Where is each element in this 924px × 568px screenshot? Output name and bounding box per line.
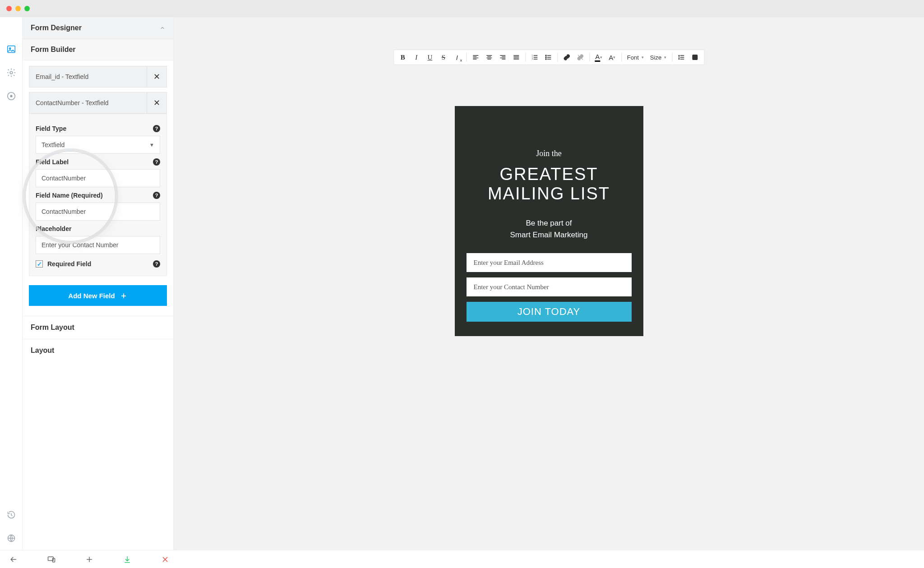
size-label: Size	[650, 54, 661, 61]
font-label: Font	[627, 54, 639, 61]
field-type-select[interactable]: Textfield ▼	[36, 136, 160, 154]
unordered-list-button[interactable]	[542, 51, 554, 63]
field-item-label: ContactNumber - Textfield	[29, 93, 147, 113]
remove-field-icon[interactable]: ✕	[147, 92, 166, 113]
unlink-button[interactable]	[574, 51, 587, 63]
history-icon[interactable]	[7, 510, 16, 521]
line-height-button[interactable]	[675, 51, 688, 63]
left-rail-bottom	[0, 510, 23, 545]
download-icon[interactable]	[122, 554, 133, 565]
preview-subtitle: Be the part of Smart Email Marketing	[510, 217, 588, 240]
svg-point-9	[545, 55, 546, 56]
align-right-button[interactable]	[496, 51, 509, 63]
sidebar-panel: Form Designer Form Builder Email_id - Te…	[23, 17, 174, 550]
close-icon[interactable]	[160, 554, 171, 565]
field-item-contact[interactable]: ContactNumber - Textfield ✕	[29, 92, 167, 114]
help-icon[interactable]: ?	[153, 125, 160, 132]
devices-icon[interactable]	[46, 554, 57, 565]
help-icon[interactable]: ?	[153, 260, 160, 268]
preview-form: JOIN TODAY	[467, 253, 632, 322]
help-icon[interactable]: ?	[153, 158, 160, 166]
svg-point-10	[545, 57, 546, 58]
window-minimize-icon[interactable]	[15, 6, 21, 11]
bold-button[interactable]: B	[397, 51, 409, 63]
italic-button[interactable]: I	[410, 51, 423, 63]
svg-point-4	[10, 95, 12, 97]
help-icon[interactable]: ?	[153, 192, 160, 199]
preview-email-input[interactable]	[467, 253, 632, 272]
bg-color-button[interactable]: A ▾	[606, 51, 619, 63]
add-icon[interactable]	[84, 554, 95, 565]
window-maximize-icon[interactable]	[24, 6, 30, 11]
left-rail	[0, 17, 23, 550]
gear-icon[interactable]	[6, 68, 16, 78]
svg-point-1	[9, 48, 10, 49]
field-label-input[interactable]	[36, 169, 160, 187]
chevron-up-icon	[160, 25, 165, 31]
ordered-list-button[interactable]: 123	[528, 51, 541, 63]
field-name-label: Field Name (Required)	[36, 192, 103, 199]
window-chrome	[0, 0, 924, 17]
section-form-layout[interactable]: Form Layout	[23, 316, 173, 339]
preview-join-text: Join the	[536, 149, 562, 158]
align-justify-button[interactable]	[510, 51, 522, 63]
svg-text:3: 3	[531, 58, 533, 60]
toolbar-separator	[621, 53, 622, 62]
target-icon[interactable]	[6, 91, 16, 101]
section-form-designer[interactable]: Form Designer	[23, 17, 173, 39]
underline-button[interactable]: U	[424, 51, 436, 63]
placeholder-label: Placeholder	[36, 225, 71, 232]
size-dropdown[interactable]: Size▾	[647, 54, 669, 61]
image-icon[interactable]	[6, 44, 16, 54]
field-type-label: Field Type	[36, 125, 66, 132]
back-icon[interactable]	[8, 554, 19, 565]
chevron-down-icon: ▼	[149, 142, 154, 148]
preview-join-button[interactable]: JOIN TODAY	[467, 302, 632, 322]
remove-field-icon[interactable]: ✕	[147, 66, 166, 87]
svg-rect-14	[53, 558, 55, 562]
clear-format-button[interactable]: I	[451, 51, 463, 63]
strikethrough-button[interactable]: S	[437, 51, 450, 63]
text-color-button[interactable]: A ▾	[592, 51, 605, 63]
canvas: B I U S I 123 A ▾ A ▾ Font▾ Size▾	[174, 17, 924, 550]
add-new-field-button[interactable]: Add New Field ＋	[29, 285, 167, 306]
preview-contact-input[interactable]	[467, 277, 632, 296]
globe-icon[interactable]	[7, 534, 16, 545]
window-close-icon[interactable]	[6, 6, 12, 11]
svg-point-2	[10, 71, 13, 74]
plus-icon: ＋	[120, 290, 128, 301]
font-dropdown[interactable]: Font▾	[624, 54, 647, 61]
svg-rect-0	[7, 46, 15, 53]
bottom-toolbar	[0, 550, 924, 568]
field-editor: Field Type ? Textfield ▼ Field Label ? F…	[29, 114, 167, 276]
section-title: Form Designer	[31, 24, 82, 32]
insert-tag-button[interactable]	[688, 51, 701, 63]
form-preview: Join the GREATEST MAILING LIST Be the pa…	[455, 106, 643, 336]
align-center-button[interactable]	[483, 51, 495, 63]
toolbar-separator	[466, 53, 467, 62]
svg-point-11	[545, 59, 546, 60]
preview-title: GREATEST MAILING LIST	[488, 165, 610, 204]
editor-toolbar: B I U S I 123 A ▾ A ▾ Font▾ Size▾	[393, 50, 704, 65]
field-type-value: Textfield	[42, 141, 65, 148]
link-button[interactable]	[560, 51, 573, 63]
field-name-input[interactable]	[36, 203, 160, 221]
align-left-button[interactable]	[469, 51, 482, 63]
toolbar-separator	[525, 53, 526, 62]
required-checkbox[interactable]: ✓	[36, 260, 43, 268]
toolbar-separator	[589, 53, 590, 62]
section-layout[interactable]: Layout	[23, 339, 173, 362]
field-item-label: Email_id - Textfield	[29, 67, 147, 87]
field-item-email[interactable]: Email_id - Textfield ✕	[29, 66, 167, 88]
add-new-field-label: Add New Field	[68, 292, 115, 300]
required-label: Required Field	[47, 260, 91, 268]
toolbar-separator	[557, 53, 558, 62]
section-form-builder[interactable]: Form Builder	[23, 39, 173, 60]
toolbar-separator	[672, 53, 672, 62]
field-label-label: Field Label	[36, 158, 69, 166]
placeholder-input[interactable]	[36, 236, 160, 254]
